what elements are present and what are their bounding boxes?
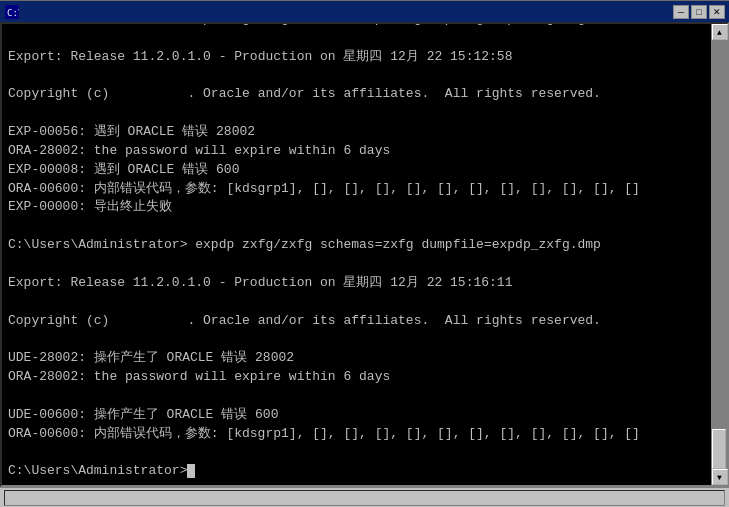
terminal-line: ORA-28002: the password will expire with… (8, 368, 705, 387)
terminal-line: ORA-28002: the password will expire with… (8, 142, 705, 161)
terminal-line: EXP-00000: 导出终止失败 (8, 198, 705, 217)
cmd-icon: C:\ (4, 4, 20, 20)
terminal-line: Export: Release 11.2.0.1.0 - Production … (8, 274, 705, 293)
terminal-line: Export: Release 11.2.0.1.0 - Production … (8, 48, 705, 67)
terminal-line: UDE-28002: 操作产生了 ORACLE 错误 28002 (8, 349, 705, 368)
terminal-line (8, 29, 705, 48)
terminal-line: EXP-00056: 遇到 ORACLE 错误 28002 (8, 123, 705, 142)
scrollbar[interactable]: ▲ ▼ (711, 24, 727, 485)
terminal-line (8, 67, 705, 86)
scrollbar-thumb[interactable] (712, 429, 726, 469)
cursor (187, 464, 195, 478)
terminal-outer: C:\Users\Administrator>exp zxfg/zxfg fil… (0, 22, 729, 487)
minimize-button[interactable]: ─ (673, 5, 689, 19)
close-button[interactable]: ✕ (709, 5, 725, 19)
terminal-line (8, 104, 705, 123)
statusbar (0, 487, 729, 507)
maximize-button[interactable]: □ (691, 5, 707, 19)
terminal-line (8, 293, 705, 312)
terminal-line: Copyright (c) . Oracle and/or its affili… (8, 85, 705, 104)
titlebar: C:\ ─ □ ✕ (0, 0, 729, 22)
terminal-line: ORA-00600: 内部错误代码，参数: [kdsgrp1], [], [],… (8, 180, 705, 199)
terminal-content[interactable]: C:\Users\Administrator>exp zxfg/zxfg fil… (2, 24, 711, 485)
terminal-line: ORA-00600: 内部错误代码，参数: [kdsgrp1], [], [],… (8, 425, 705, 444)
svg-text:C:\: C:\ (7, 8, 19, 18)
terminal-line (8, 330, 705, 349)
statusbar-inner (4, 490, 725, 506)
terminal-line (8, 443, 705, 462)
terminal-line: C:\Users\Administrator> (8, 462, 705, 481)
titlebar-left: C:\ (4, 4, 24, 20)
scrollbar-track[interactable] (712, 40, 727, 469)
terminal-line: UDE-00600: 操作产生了 ORACLE 错误 600 (8, 406, 705, 425)
scroll-down-button[interactable]: ▼ (712, 469, 728, 485)
terminal-line (8, 387, 705, 406)
terminal-line: Copyright (c) . Oracle and/or its affili… (8, 312, 705, 331)
terminal-line: C:\Users\Administrator> expdp zxfg/zxfg … (8, 236, 705, 255)
terminal-line (8, 217, 705, 236)
terminal-line: EXP-00008: 遇到 ORACLE 错误 600 (8, 161, 705, 180)
terminal-line (8, 255, 705, 274)
titlebar-buttons: ─ □ ✕ (673, 5, 725, 19)
scroll-up-button[interactable]: ▲ (712, 24, 728, 40)
